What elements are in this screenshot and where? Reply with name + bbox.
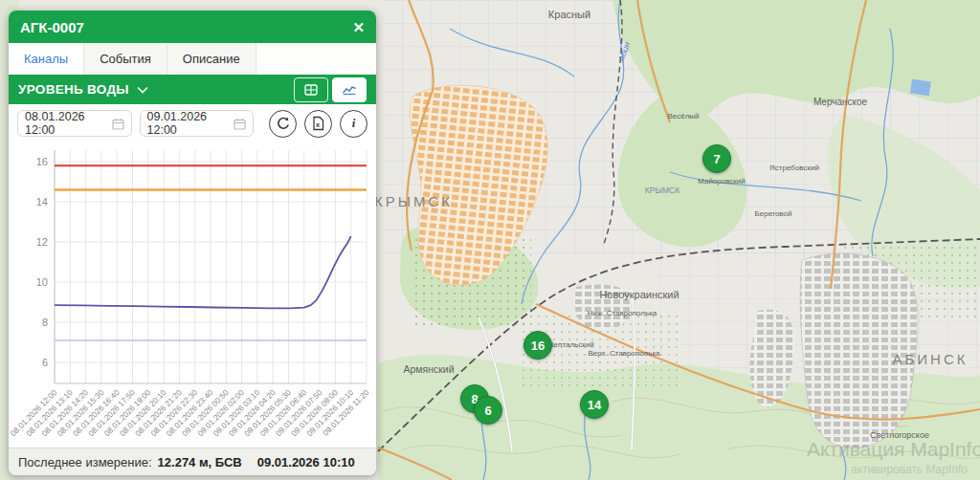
date-to-value: 09.01.2026 12:00	[147, 110, 231, 137]
view-toggle-group	[294, 77, 367, 102]
panel-header: АГК-0007 ✕	[9, 11, 376, 43]
map-marker-16[interactable]: 16	[523, 331, 552, 360]
calendar-icon	[234, 118, 246, 130]
map-label-sheptalsky: Шептальский	[546, 340, 593, 349]
map-watermark-line2: активировать MapInfo	[851, 463, 968, 476]
map-label-krasny: Красный	[548, 9, 590, 20]
line-chart-icon	[342, 84, 357, 96]
map-label-armyansky: Армянский	[403, 363, 454, 375]
chart-view-button[interactable]	[332, 77, 367, 102]
map-label-nizh-stavropolka: Ниж. Ставрополька	[588, 309, 657, 317]
map-label-vesely: Весёлый	[667, 112, 699, 120]
last-measurement-value: 12.274 м, БСВ	[158, 455, 242, 469]
map-label-abinsk: АБИНСК	[892, 351, 968, 367]
file-export-icon: x	[311, 116, 325, 131]
table-view-button[interactable]	[294, 77, 328, 102]
map-label-mayorovsky: Майоровский	[698, 177, 746, 185]
chevron-down-icon[interactable]	[137, 86, 148, 94]
map-label-merchanskoe: Мерчанское	[813, 97, 868, 107]
map-watermark-line1: Активация MapInfo	[807, 438, 980, 460]
info-button[interactable]: i	[340, 110, 368, 138]
svg-text:16: 16	[36, 156, 48, 167]
app-screen: Красный Мерчанское КРЫМСК КРЫМСК Абин Ве…	[0, 0, 980, 480]
chart-canvas: 08.01.2026 12:0008.01.2026 13:1008.01.20…	[9, 142, 376, 443]
date-from-input[interactable]: 08.01.2026 12:00	[17, 110, 132, 137]
svg-text:x: x	[316, 120, 321, 129]
map-label-krymsk-city: КРЫМСК	[374, 193, 453, 209]
table-icon	[304, 84, 318, 96]
tab-description[interactable]: Описание	[167, 43, 256, 75]
svg-text:8: 8	[42, 316, 48, 328]
station-panel: АГК-0007 ✕ Каналы События Описание УРОВЕ…	[9, 11, 376, 475]
map-marker-14[interactable]: 14	[580, 390, 609, 419]
svg-text:6: 6	[42, 357, 48, 368]
refresh-icon	[276, 116, 291, 131]
svg-text:14: 14	[36, 196, 48, 207]
map-marker-6[interactable]: 6	[474, 396, 502, 425]
tab-channels[interactable]: Каналы	[9, 43, 84, 75]
map-label-krymsk-station: КРЫМСК	[645, 185, 679, 195]
close-icon[interactable]: ✕	[352, 20, 365, 34]
calendar-icon	[112, 118, 124, 130]
chart-toolbar: 08.01.2026 12:00 09.01.2026 12:00	[9, 104, 376, 142]
last-measurement-bar: Последнее измерение: 12.274 м, БСВ 09.01…	[9, 447, 376, 475]
refresh-button[interactable]	[269, 110, 297, 138]
export-excel-button[interactable]: x	[304, 110, 332, 138]
tab-events[interactable]: События	[84, 43, 167, 75]
last-measurement-label: Последнее измерение:	[18, 455, 152, 469]
map-label-verh-stavropolka: Верх. Ставрополька	[588, 349, 660, 358]
date-to-input[interactable]: 09.01.2026 12:00	[140, 110, 255, 137]
map-label-yastrebovsky: Ястребовский	[769, 164, 819, 172]
map-label-novoukrainsky: Новоукраинский	[599, 289, 679, 300]
tab-bar: Каналы События Описание	[9, 43, 376, 75]
channel-selector-label[interactable]: УРОВЕНЬ ВОДЫ	[18, 82, 129, 97]
panel-title: АГК-0007	[20, 19, 352, 35]
svg-text:10: 10	[36, 276, 48, 288]
map-marker-7[interactable]: 7	[702, 144, 731, 173]
channel-selector-bar: УРОВЕНЬ ВОДЫ	[9, 75, 376, 104]
water-level-chart: 08.01.2026 12:0008.01.2026 13:1008.01.20…	[9, 142, 376, 447]
svg-text:12: 12	[36, 236, 48, 248]
info-icon: i	[352, 116, 356, 131]
date-from-value: 08.01.2026 12:00	[25, 110, 108, 137]
map-label-beregovoy: Береговой	[755, 209, 792, 218]
last-measurement-datetime: 09.01.2026 10:10	[257, 455, 355, 469]
